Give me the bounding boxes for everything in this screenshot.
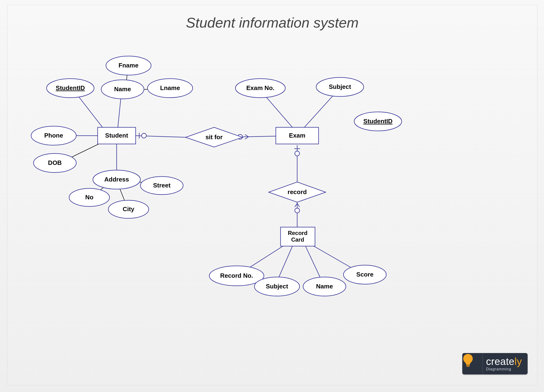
attr-examno: Exam No.: [235, 79, 285, 98]
attr-city-label: City: [123, 206, 135, 213]
svg-rect-22: [466, 365, 470, 366]
entity-exam-label: Exam: [289, 132, 305, 139]
logo-tagline: Diagramming: [486, 367, 522, 371]
cardinality-rc-top-circle: [295, 208, 300, 213]
attr-lname-label: Lname: [160, 84, 180, 91]
attr-fname-label: Fname: [118, 62, 138, 69]
svg-rect-23: [466, 366, 470, 367]
rel-sit-for: sit for: [185, 127, 242, 147]
attr-name-rc-label: Name: [316, 283, 333, 290]
attr-no-label: No: [85, 194, 94, 201]
attr-dob-label: DOB: [48, 159, 62, 166]
lightbulb-icon: [462, 353, 482, 374]
attr-subject-rc-label: Subject: [266, 283, 288, 290]
attr-studentid-label: StudentID: [56, 84, 85, 91]
attr-address: Address: [93, 170, 140, 189]
attr-name: Name: [101, 80, 144, 99]
attr-studentid-exam: StudentID: [354, 112, 402, 131]
attr-address-label: Address: [104, 176, 129, 183]
attr-street-label: Street: [153, 182, 171, 189]
page: Student information system: [0, 0, 544, 392]
attr-score: Score: [343, 265, 386, 284]
entity-exam: Exam: [276, 127, 319, 144]
rel-record: record: [269, 182, 326, 202]
attr-no: No: [69, 188, 110, 207]
er-diagram-svg: StudentID Phone DOB Name Fname Lname: [7, 5, 537, 385]
attr-subject-rc: Subject: [254, 277, 300, 296]
rel-sit-for-label: sit for: [206, 134, 223, 141]
entity-student: Student: [98, 127, 136, 144]
attr-city: City: [108, 200, 149, 218]
attr-subject-exam: Subject: [316, 77, 364, 96]
attr-studentid-exam-label: StudentID: [363, 118, 393, 125]
attr-studentid: StudentID: [47, 79, 94, 98]
attr-score-label: Score: [356, 271, 373, 278]
entity-student-label: Student: [105, 132, 128, 139]
cardinality-exam-bottom-circle: [295, 151, 300, 156]
cardinality-student-circle: [142, 133, 146, 138]
entity-record-card-label-1: Record: [288, 230, 308, 236]
logo-brand-suffix: ly: [514, 356, 522, 367]
entity-record-card: Record Card: [281, 227, 315, 246]
attr-phone-label: Phone: [44, 132, 63, 139]
logo-brand-prefix: create: [486, 356, 514, 367]
attr-recordno-label: Record No.: [220, 272, 253, 279]
attr-lname: Lname: [148, 79, 193, 98]
entity-record-card-label-2: Card: [291, 236, 304, 243]
attr-phone: Phone: [31, 126, 76, 145]
attr-name-rc: Name: [303, 277, 346, 296]
attr-dob: DOB: [34, 154, 76, 172]
logo-brand: creately: [486, 356, 522, 367]
attr-examno-label: Exam No.: [246, 84, 275, 91]
attr-name-label: Name: [114, 86, 131, 93]
attr-street: Street: [140, 177, 183, 195]
attr-fname: Fname: [106, 56, 151, 75]
logo-text: creately Diagramming: [482, 353, 528, 374]
attr-subject-exam-label: Subject: [329, 83, 351, 90]
creately-logo: creately Diagramming: [462, 353, 528, 374]
diagram-canvas: Student information system: [7, 5, 537, 385]
rel-record-label: record: [288, 188, 307, 196]
